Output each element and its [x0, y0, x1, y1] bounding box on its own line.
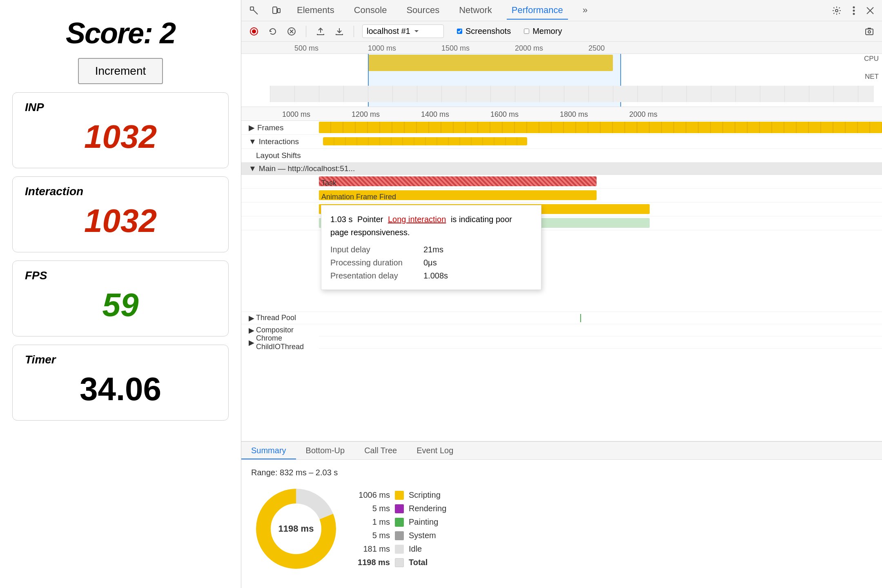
tooltip-input-val: 21ms — [423, 243, 443, 256]
fps-value: 59 — [25, 286, 216, 324]
timer-label: Timer — [25, 353, 216, 366]
legend-system: 5 ms System — [357, 531, 446, 540]
tooltip-type: Pointer — [357, 215, 383, 224]
animation-content: Animation Frame Fired — [319, 189, 882, 202]
tooltip-processing: Processing duration 0μs — [330, 256, 532, 269]
tick-500ms: 500 ms — [294, 44, 318, 53]
main-header[interactable]: ▼ Main — http://localhost:51... — [241, 163, 882, 175]
inp-card: INP 1032 — [12, 92, 229, 168]
fc-tick-1200ms: 1200 ms — [352, 110, 380, 119]
device-icon[interactable] — [270, 4, 282, 17]
tooltip-link[interactable]: Long interaction — [388, 215, 446, 224]
fc-tick-1600ms: 1600 ms — [490, 110, 519, 119]
toolbar-separator-2 — [354, 26, 354, 37]
devtools-panel: Elements Console Sources Network Perform… — [241, 0, 882, 588]
cpu-label: CPU — [864, 55, 879, 63]
frames-track[interactable]: ▶ Frames — [241, 121, 882, 135]
net-label: NET — [865, 73, 879, 81]
legend-area: 1006 ms Scripting 5 ms Rendering 1 ms Pa… — [357, 490, 446, 567]
interactions-toggle: ▼ — [249, 137, 256, 146]
task-bar-label: Task — [319, 179, 336, 187]
upload-button[interactable] — [314, 25, 327, 38]
legend-rendering-label: Rendering — [409, 504, 446, 513]
legend-scripting: 1006 ms Scripting — [357, 490, 446, 500]
fc-tick-1000ms: 1000 ms — [282, 110, 310, 119]
tooltip-presentation: Presentation delay 1.008s — [330, 269, 532, 282]
tab-call-tree[interactable]: Call Tree — [354, 443, 407, 459]
legend-scripting-color — [395, 491, 404, 500]
tab-more[interactable]: » — [578, 2, 592, 20]
task-content: Task — [319, 175, 882, 188]
interaction-value: 1032 — [25, 202, 216, 240]
thread-pool-row[interactable]: ▶ Thread Pool — [241, 312, 882, 324]
tab-network[interactable]: Network — [454, 2, 497, 20]
close-icon[interactable] — [865, 5, 875, 16]
score-display: Score: 2 — [66, 16, 175, 50]
reload-record-button[interactable] — [267, 25, 279, 38]
tab-bottom-up[interactable]: Bottom-Up — [296, 443, 355, 459]
legend-system-time: 5 ms — [357, 531, 390, 540]
tooltip-presentation-val: 1.008s — [423, 269, 448, 282]
tab-sources[interactable]: Sources — [401, 2, 444, 20]
more-icon[interactable] — [851, 4, 857, 17]
timer-value: 34.06 — [25, 370, 216, 408]
interactions-track[interactable]: ▼ Interactions — [241, 135, 882, 149]
tooltip-processing-val: 0μs — [423, 256, 437, 269]
legend-system-color — [395, 531, 404, 540]
legend-painting-label: Painting — [409, 517, 438, 527]
tooltip-time: 1.03 s — [330, 215, 352, 224]
tooltip-processing-key: Processing duration — [330, 256, 420, 269]
tick-1500ms: 1500 ms — [441, 44, 470, 53]
svg-point-16 — [868, 31, 871, 33]
svg-rect-15 — [866, 29, 873, 35]
memory-checkbox[interactable] — [524, 29, 529, 34]
timeline-ruler: 500 ms 1000 ms 1500 ms 2000 ms 2500 CPU — [241, 42, 882, 54]
tick-2000ms: 2000 ms — [515, 44, 543, 53]
legend-idle-color — [395, 545, 404, 554]
flamechart-scroll-area[interactable]: 1000 ms 1200 ms 1400 ms 1600 ms 1800 ms … — [241, 107, 882, 441]
clear-button[interactable] — [285, 25, 298, 38]
tab-elements[interactable]: Elements — [292, 2, 339, 20]
timer-card: Timer 34.06 — [12, 345, 229, 421]
tab-performance[interactable]: Performance — [507, 2, 568, 20]
interaction-card: Interaction 1032 — [12, 176, 229, 252]
legend-scripting-label: Scripting — [409, 490, 441, 500]
memory-label: Memory — [532, 27, 562, 36]
overview-timeline[interactable]: 500 ms 1000 ms 1500 ms 2000 ms 2500 CPU … — [241, 42, 882, 107]
interactions-content — [319, 135, 882, 148]
download-button[interactable] — [333, 25, 345, 38]
performance-toolbar: localhost #1 Screenshots Memory — [241, 21, 882, 42]
chrome-child-row[interactable]: ▶ Chrome ChildIOThread — [241, 336, 882, 349]
layout-shifts-label: Layout Shifts — [241, 151, 319, 160]
tooltip-input-key: Input delay — [330, 243, 420, 256]
tooltip-header: 1.03 s Pointer Long interaction is indic… — [330, 213, 532, 239]
screenshots-checkbox[interactable] — [457, 29, 462, 34]
legend-rendering-time: 5 ms — [357, 504, 390, 513]
settings-icon[interactable] — [831, 4, 843, 17]
inspect-icon[interactable] — [248, 4, 260, 17]
increment-button[interactable]: Increment — [78, 58, 163, 84]
legend-painting: 1 ms Painting — [357, 517, 446, 527]
task-row[interactable]: Task — [241, 175, 882, 189]
svg-rect-2 — [273, 7, 277, 13]
layout-shifts-track[interactable]: Layout Shifts — [241, 149, 882, 163]
donut-chart: 1198 ms — [251, 484, 341, 574]
compositor-row[interactable]: ▶ Compositor — [241, 324, 882, 336]
tick-2500: 2500 — [588, 44, 605, 53]
tab-summary[interactable]: Summary — [241, 443, 296, 459]
url-selector[interactable]: localhost #1 — [362, 24, 444, 38]
main-header-text: Main — http://localhost:51... — [259, 164, 355, 173]
tab-console[interactable]: Console — [349, 2, 392, 20]
svg-rect-0 — [250, 7, 254, 10]
screenshots-checkbox-row: Screenshots — [457, 27, 511, 36]
interaction-label: Interaction — [25, 185, 216, 198]
animation-row[interactable]: Animation Frame Fired — [241, 189, 882, 203]
chrome-child-content — [319, 336, 882, 348]
legend-total-color — [395, 558, 404, 567]
layout-shifts-content — [319, 149, 882, 162]
left-panel: Score: 2 Increment INP 1032 Interaction … — [0, 0, 241, 588]
capture-settings-icon[interactable] — [863, 25, 875, 38]
record-button[interactable] — [248, 25, 260, 38]
tab-event-log[interactable]: Event Log — [407, 443, 463, 459]
legend-idle-label: Idle — [409, 544, 422, 554]
